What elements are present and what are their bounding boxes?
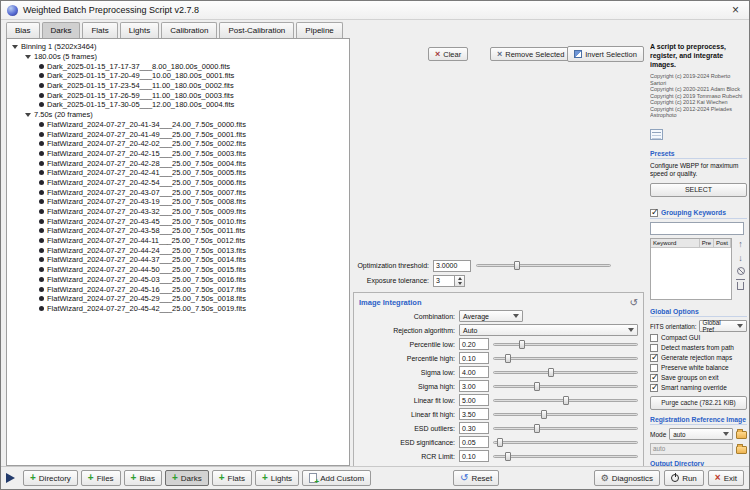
tree-item[interactable]: FlatWizard_2024-07-27_20-45-03___25.00_7… [7, 275, 349, 285]
tree-item[interactable]: FlatWizard_2024-07-27_20-42-28___25.00_7… [7, 158, 349, 168]
slider-thumb[interactable] [534, 382, 540, 391]
add-frames-button[interactable]: + Flats [212, 470, 252, 486]
tree-item[interactable]: FlatWizard_2024-07-27_20-42-54___25.00_7… [7, 178, 349, 188]
tree-item[interactable]: 180.00s (5 frames) [7, 52, 349, 62]
add-frames-button[interactable]: + Files [81, 470, 121, 486]
rejection-select[interactable]: Auto [459, 324, 638, 336]
tab[interactable]: Lights [120, 22, 159, 38]
option-row[interactable]: Detect masters from path [650, 343, 747, 353]
param-field[interactable]: 0.10 [459, 352, 489, 364]
tree-item[interactable]: Dark_2025-01-15_17-23-54___11.00_180.00s… [7, 81, 349, 91]
option-checkbox[interactable] [650, 374, 658, 382]
reference-mode-select[interactable]: auto [669, 428, 733, 440]
option-checkbox[interactable] [650, 384, 658, 392]
tree-item[interactable]: FlatWizard_2024-07-27_20-45-29___25.00_7… [7, 294, 349, 304]
tree-item[interactable]: FlatWizard_2024-07-27_20-44-50___25.00_7… [7, 265, 349, 275]
slider-thumb[interactable] [514, 261, 520, 270]
option-row[interactable]: Save groups on exit [650, 373, 747, 383]
tree-item[interactable]: FlatWizard_2024-07-27_20-42-02___25.00_7… [7, 139, 349, 149]
optimization-threshold-field[interactable]: 3.0000 [433, 260, 471, 272]
tree-item[interactable]: FlatWizard_2024-07-27_20-42-41___25.00_7… [7, 168, 349, 178]
option-checkbox[interactable] [650, 344, 658, 352]
remove-selected-button[interactable]: × Remove Selected [490, 47, 571, 61]
presets-select-button[interactable]: SELECT [650, 183, 747, 197]
slider-thumb[interactable] [497, 438, 503, 447]
reset-button[interactable]: ↺ Reset [453, 470, 499, 486]
clear-button[interactable]: × Clear [428, 47, 468, 61]
tab[interactable]: Post-Calibration [219, 22, 294, 38]
frames-tree[interactable]: Binning 1 (5202x3464) 180.00s (5 frames)… [6, 38, 350, 466]
close-icon[interactable]: × [728, 3, 743, 17]
slider-thumb[interactable] [534, 424, 540, 433]
tree-item[interactable]: FlatWizard_2024-07-27_20-43-58___25.00_7… [7, 226, 349, 236]
tree-item[interactable]: FlatWizard_2024-07-27_20-43-32___25.00_7… [7, 207, 349, 217]
grouping-keywords-checkbox[interactable] [650, 209, 658, 217]
documentation-icon[interactable] [650, 129, 663, 140]
clear-keywords-icon[interactable] [737, 282, 744, 290]
tab[interactable]: Flats [82, 22, 117, 38]
param-field[interactable]: 4.00 [459, 366, 489, 378]
exposure-tolerance-field[interactable]: 3 [433, 275, 455, 287]
param-field[interactable]: 0.05 [459, 436, 489, 448]
stepper-down-icon[interactable] [455, 281, 464, 286]
tree-item[interactable]: Dark_2025-01-15_17-26-59___11.00_180.00s… [7, 90, 349, 100]
tree-item[interactable]: FlatWizard_2024-07-27_20-41-49___25.00_7… [7, 129, 349, 139]
slider-thumb[interactable] [548, 368, 554, 377]
param-field[interactable]: 0.20 [459, 338, 489, 350]
param-slider[interactable] [493, 339, 638, 350]
tree-item[interactable]: FlatWizard_2024-07-27_20-45-42___25.00_7… [7, 304, 349, 314]
tree-item[interactable]: FlatWizard_2024-07-27_20-43-07___25.00_7… [7, 187, 349, 197]
slider-thumb[interactable] [505, 354, 511, 363]
param-slider[interactable] [493, 437, 638, 448]
add-frames-button[interactable]: + Lights [255, 470, 299, 486]
option-row[interactable]: Compact GUI [650, 333, 747, 343]
tree-item[interactable]: FlatWizard_2024-07-27_20-43-19___25.00_7… [7, 197, 349, 207]
add-custom-button[interactable]: Add Custom [302, 470, 371, 486]
move-down-icon[interactable]: ↓ [738, 253, 743, 263]
tree-item[interactable]: FlatWizard_2024-07-27_20-44-11___25.00_7… [7, 236, 349, 246]
expander-icon[interactable] [12, 45, 18, 49]
keyword-input[interactable] [650, 222, 744, 235]
tab[interactable]: Bias [6, 22, 40, 38]
optimization-threshold-slider[interactable] [476, 260, 611, 271]
tree-item[interactable]: Dark_2025-01-15_17-20-49___10.00_180.00s… [7, 71, 349, 81]
remove-keyword-icon[interactable] [737, 267, 745, 275]
param-slider[interactable] [493, 353, 638, 364]
expander-icon[interactable] [25, 55, 31, 59]
tree-item[interactable]: 7.50s (20 frames) [7, 110, 349, 120]
param-slider[interactable] [493, 423, 638, 434]
tab[interactable]: Calibration [161, 22, 217, 38]
tree-item[interactable]: Dark_2025-01-15_17-30-05___12.00_180.00s… [7, 100, 349, 110]
tree-item[interactable]: FlatWizard_2024-07-27_20-44-37___25.00_7… [7, 255, 349, 265]
param-slider[interactable] [493, 451, 638, 462]
option-row[interactable]: Generate rejection maps [650, 353, 747, 363]
slider-thumb[interactable] [563, 396, 569, 405]
add-frames-button[interactable]: + Darks [165, 470, 209, 486]
param-slider[interactable] [493, 381, 638, 392]
run-button[interactable]: Run [664, 470, 704, 486]
param-slider[interactable] [493, 395, 638, 406]
new-instance-icon[interactable] [6, 473, 15, 483]
tab[interactable]: Darks [42, 22, 81, 38]
slider-thumb[interactable] [505, 452, 511, 461]
param-field[interactable]: 3.00 [459, 380, 489, 392]
option-checkbox[interactable] [650, 334, 658, 342]
add-frames-button[interactable]: + Directory [23, 470, 78, 486]
option-row[interactable]: Smart naming override [650, 383, 747, 393]
option-row[interactable]: Preserve white balance [650, 363, 747, 373]
purge-cache-button[interactable]: Purge cache (782.21 KiB) [650, 396, 747, 410]
tree-item[interactable]: Binning 1 (5202x3464) [7, 42, 349, 52]
exposure-tolerance-stepper[interactable] [455, 275, 465, 287]
section-reset-icon[interactable]: ↺ [630, 298, 638, 308]
tree-item[interactable]: FlatWizard_2024-07-27_20-43-45___25.00_7… [7, 216, 349, 226]
param-slider[interactable] [493, 367, 638, 378]
param-field[interactable]: 0.30 [459, 422, 489, 434]
expander-icon[interactable] [25, 113, 31, 117]
browse-reference-icon[interactable] [736, 446, 747, 454]
tree-item[interactable]: FlatWizard_2024-07-27_20-44-24___25.00_7… [7, 245, 349, 255]
slider-thumb[interactable] [541, 410, 547, 419]
param-slider[interactable] [493, 409, 638, 420]
invert-selection-button[interactable]: Invert Selection [567, 46, 644, 62]
tree-item[interactable]: FlatWizard_2024-07-27_20-45-16___25.00_7… [7, 284, 349, 294]
slider-thumb[interactable] [519, 340, 525, 349]
